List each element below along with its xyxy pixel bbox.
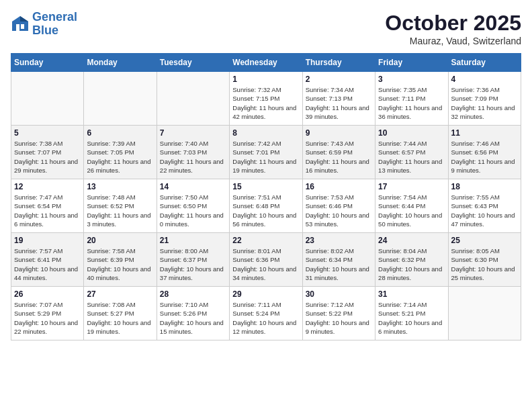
day-info: Sunrise: 7:42 AM Sunset: 7:01 PM Dayligh… xyxy=(232,139,299,175)
day-number: 20 xyxy=(87,236,153,245)
day-info: Sunrise: 7:57 AM Sunset: 6:41 PM Dayligh… xyxy=(14,246,81,282)
calendar-week-row: 1Sunrise: 7:32 AM Sunset: 7:15 PM Daylig… xyxy=(11,72,521,126)
day-number: 15 xyxy=(232,182,299,191)
calendar-cell xyxy=(11,72,84,126)
day-info: Sunrise: 7:07 AM Sunset: 5:29 PM Dayligh… xyxy=(14,300,81,336)
day-info: Sunrise: 8:02 AM Sunset: 6:34 PM Dayligh… xyxy=(306,246,372,282)
calendar-cell: 17Sunrise: 7:54 AM Sunset: 6:44 PM Dayli… xyxy=(375,179,448,233)
day-info: Sunrise: 7:12 AM Sunset: 5:22 PM Dayligh… xyxy=(306,300,372,336)
calendar-cell: 5Sunrise: 7:38 AM Sunset: 7:07 PM Daylig… xyxy=(11,126,84,179)
day-info: Sunrise: 7:46 AM Sunset: 6:56 PM Dayligh… xyxy=(451,139,518,175)
calendar-cell: 12Sunrise: 7:47 AM Sunset: 6:54 PM Dayli… xyxy=(11,179,84,233)
day-number: 26 xyxy=(14,289,81,299)
day-info: Sunrise: 7:35 AM Sunset: 7:11 PM Dayligh… xyxy=(378,85,445,121)
calendar-cell: 8Sunrise: 7:42 AM Sunset: 7:01 PM Daylig… xyxy=(230,126,302,179)
title-block: October 2025 Mauraz, Vaud, Switzerland xyxy=(385,11,521,46)
calendar-cell: 26Sunrise: 7:07 AM Sunset: 5:29 PM Dayli… xyxy=(11,287,84,340)
day-info: Sunrise: 7:10 AM Sunset: 5:26 PM Dayligh… xyxy=(160,300,226,336)
calendar-cell: 13Sunrise: 7:48 AM Sunset: 6:52 PM Dayli… xyxy=(84,179,157,233)
day-number: 6 xyxy=(87,128,153,138)
day-info: Sunrise: 7:51 AM Sunset: 6:48 PM Dayligh… xyxy=(232,193,299,228)
day-info: Sunrise: 7:58 AM Sunset: 6:39 PM Dayligh… xyxy=(87,246,153,282)
day-number: 12 xyxy=(14,182,81,191)
calendar-cell: 10Sunrise: 7:44 AM Sunset: 6:57 PM Dayli… xyxy=(375,126,448,179)
day-number: 13 xyxy=(87,182,153,191)
day-number: 24 xyxy=(378,236,445,245)
day-number: 8 xyxy=(232,128,299,138)
calendar-week-row: 12Sunrise: 7:47 AM Sunset: 6:54 PM Dayli… xyxy=(11,179,521,233)
calendar-cell: 31Sunrise: 7:14 AM Sunset: 5:21 PM Dayli… xyxy=(375,287,448,340)
day-number: 25 xyxy=(451,236,518,245)
day-info: Sunrise: 7:48 AM Sunset: 6:52 PM Dayligh… xyxy=(87,193,153,228)
day-number: 30 xyxy=(306,289,372,299)
weekday-header-row: SundayMondayTuesdayWednesdayThursdayFrid… xyxy=(11,54,521,72)
weekday-header-saturday: Saturday xyxy=(448,54,521,72)
calendar-cell: 2Sunrise: 7:34 AM Sunset: 7:13 PM Daylig… xyxy=(302,72,375,126)
day-number: 5 xyxy=(14,128,81,138)
calendar-cell: 18Sunrise: 7:55 AM Sunset: 6:43 PM Dayli… xyxy=(448,179,521,233)
calendar-cell: 16Sunrise: 7:53 AM Sunset: 6:46 PM Dayli… xyxy=(302,179,375,233)
day-info: Sunrise: 8:04 AM Sunset: 6:32 PM Dayligh… xyxy=(378,246,445,282)
calendar-cell xyxy=(84,72,157,126)
calendar-cell: 19Sunrise: 7:57 AM Sunset: 6:41 PM Dayli… xyxy=(11,233,84,287)
weekday-header-thursday: Thursday xyxy=(302,54,375,72)
calendar-cell: 4Sunrise: 7:36 AM Sunset: 7:09 PM Daylig… xyxy=(448,72,521,126)
weekday-header-sunday: Sunday xyxy=(11,54,84,72)
day-info: Sunrise: 7:53 AM Sunset: 6:46 PM Dayligh… xyxy=(306,193,372,228)
day-number: 31 xyxy=(378,289,445,299)
day-number: 28 xyxy=(160,289,226,299)
calendar-cell: 1Sunrise: 7:32 AM Sunset: 7:15 PM Daylig… xyxy=(230,72,302,126)
page-header: General Blue October 2025 Mauraz, Vaud, … xyxy=(11,11,521,46)
day-number: 19 xyxy=(14,236,81,245)
day-number: 11 xyxy=(451,128,518,138)
calendar-week-row: 5Sunrise: 7:38 AM Sunset: 7:07 PM Daylig… xyxy=(11,126,521,179)
calendar-cell: 15Sunrise: 7:51 AM Sunset: 6:48 PM Dayli… xyxy=(230,179,302,233)
weekday-header-tuesday: Tuesday xyxy=(157,54,229,72)
day-info: Sunrise: 7:44 AM Sunset: 6:57 PM Dayligh… xyxy=(378,139,445,175)
day-number: 10 xyxy=(378,128,445,138)
day-info: Sunrise: 7:40 AM Sunset: 7:03 PM Dayligh… xyxy=(160,139,226,175)
calendar-cell: 11Sunrise: 7:46 AM Sunset: 6:56 PM Dayli… xyxy=(448,126,521,179)
day-info: Sunrise: 7:54 AM Sunset: 6:44 PM Dayligh… xyxy=(378,193,445,228)
day-info: Sunrise: 7:11 AM Sunset: 5:24 PM Dayligh… xyxy=(232,300,299,336)
weekday-header-monday: Monday xyxy=(84,54,157,72)
day-number: 17 xyxy=(378,182,445,191)
day-info: Sunrise: 7:14 AM Sunset: 5:21 PM Dayligh… xyxy=(378,300,445,336)
calendar-cell: 28Sunrise: 7:10 AM Sunset: 5:26 PM Dayli… xyxy=(157,287,229,340)
day-info: Sunrise: 7:39 AM Sunset: 7:05 PM Dayligh… xyxy=(87,139,153,175)
day-info: Sunrise: 7:36 AM Sunset: 7:09 PM Dayligh… xyxy=(451,85,518,121)
day-info: Sunrise: 8:05 AM Sunset: 6:30 PM Dayligh… xyxy=(451,246,518,282)
logo-icon xyxy=(11,15,30,34)
day-info: Sunrise: 7:50 AM Sunset: 6:50 PM Dayligh… xyxy=(160,193,226,228)
day-number: 16 xyxy=(306,182,372,191)
calendar-cell: 25Sunrise: 8:05 AM Sunset: 6:30 PM Dayli… xyxy=(448,233,521,287)
calendar-cell: 30Sunrise: 7:12 AM Sunset: 5:22 PM Dayli… xyxy=(302,287,375,340)
day-number: 14 xyxy=(160,182,226,191)
weekday-header-wednesday: Wednesday xyxy=(230,54,302,72)
calendar-cell: 14Sunrise: 7:50 AM Sunset: 6:50 PM Dayli… xyxy=(157,179,229,233)
calendar-cell: 29Sunrise: 7:11 AM Sunset: 5:24 PM Dayli… xyxy=(230,287,302,340)
day-info: Sunrise: 8:01 AM Sunset: 6:36 PM Dayligh… xyxy=(232,246,299,282)
calendar-cell: 9Sunrise: 7:43 AM Sunset: 6:59 PM Daylig… xyxy=(302,126,375,179)
calendar-cell: 21Sunrise: 8:00 AM Sunset: 6:37 PM Dayli… xyxy=(157,233,229,287)
calendar-cell: 24Sunrise: 8:04 AM Sunset: 6:32 PM Dayli… xyxy=(375,233,448,287)
day-number: 21 xyxy=(160,236,226,245)
calendar-cell: 22Sunrise: 8:01 AM Sunset: 6:36 PM Dayli… xyxy=(230,233,302,287)
weekday-header-friday: Friday xyxy=(375,54,448,72)
day-number: 18 xyxy=(451,182,518,191)
calendar-week-row: 19Sunrise: 7:57 AM Sunset: 6:41 PM Dayli… xyxy=(11,233,521,287)
logo-line1: General xyxy=(32,10,77,24)
calendar-cell: 27Sunrise: 7:08 AM Sunset: 5:27 PM Dayli… xyxy=(84,287,157,340)
day-number: 7 xyxy=(160,128,226,138)
logo-line2: Blue xyxy=(32,24,58,37)
day-number: 29 xyxy=(232,289,299,299)
calendar-cell: 20Sunrise: 7:58 AM Sunset: 6:39 PM Dayli… xyxy=(84,233,157,287)
day-info: Sunrise: 7:08 AM Sunset: 5:27 PM Dayligh… xyxy=(87,300,153,336)
day-number: 3 xyxy=(378,75,445,84)
day-number: 23 xyxy=(306,236,372,245)
month-title: October 2025 xyxy=(385,11,521,36)
day-info: Sunrise: 7:38 AM Sunset: 7:07 PM Dayligh… xyxy=(14,139,81,175)
day-info: Sunrise: 7:34 AM Sunset: 7:13 PM Dayligh… xyxy=(306,85,372,121)
day-number: 4 xyxy=(451,75,518,84)
day-number: 22 xyxy=(232,236,299,245)
